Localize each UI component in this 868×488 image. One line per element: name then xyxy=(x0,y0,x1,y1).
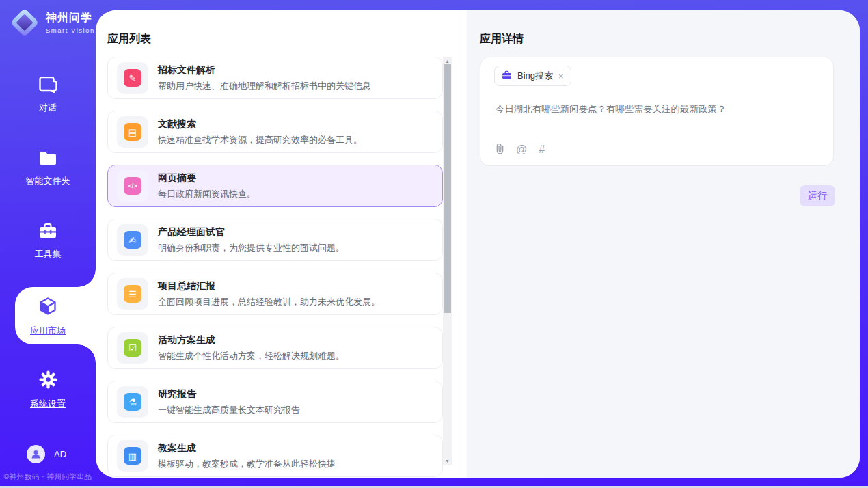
app-icon-frame: ☑ xyxy=(117,332,148,364)
user-initials: AD xyxy=(54,449,66,459)
user-account[interactable]: AD xyxy=(27,445,66,463)
sidebar-item-chat[interactable]: 对话 xyxy=(0,77,96,114)
app-description: 智能生成个性化活动方案，轻松解决规划难题。 xyxy=(158,350,344,362)
app-name: 研究报告 xyxy=(158,388,300,401)
app-icon-frame: ✍ xyxy=(117,224,148,256)
tool-chip-label: Bing搜索 xyxy=(517,70,553,82)
sidebar-item-app-market[interactable]: 应用市场 xyxy=(0,297,96,337)
brand-name: 神州问学 xyxy=(46,11,95,25)
app-icon-frame: ⚗ xyxy=(117,386,148,418)
prompt-input-card[interactable]: Bing搜索 × 今日湖北有哪些新闻要点？有哪些需要关注的最新政策？ @ # xyxy=(480,57,834,166)
app-list-item[interactable]: ✎ 招标文件解析 帮助用户快速、准确地理解和解析招标书中的关键信息 xyxy=(107,57,443,99)
app-list-item[interactable]: ✍ 产品经理面试官 明确身份和职责，为您提供专业性的面试问题。 xyxy=(107,219,443,261)
folder-icon xyxy=(38,150,57,169)
app-icon-frame: ▥ xyxy=(117,440,148,472)
sidebar-item-label: 智能文件夹 xyxy=(26,175,70,187)
app-list-item[interactable]: ▤ 文献搜索 快速精准查找学术资源，提高研究效率的必备工具。 xyxy=(107,111,443,153)
cube-icon xyxy=(38,297,57,318)
app-description: 模板驱动，教案秒成，教学准备从此轻松快捷 xyxy=(158,458,336,470)
gear-icon xyxy=(39,370,57,392)
sidebar-item-label: 应用市场 xyxy=(30,325,66,337)
app-name: 教案生成 xyxy=(158,442,336,455)
hash-icon[interactable]: # xyxy=(539,144,545,155)
app-description: 全面回顾项目进展，总结经验教训，助力未来优化发展。 xyxy=(158,296,380,308)
close-icon[interactable]: × xyxy=(558,72,564,81)
edit-document-icon: ✎ xyxy=(124,69,141,87)
brand-diamond-icon xyxy=(10,8,39,37)
sidebar: 神州问学 Smart Vision 对话 智能文件夹 工具集 应用市场 系统设置 xyxy=(0,0,96,488)
app-name: 文献搜索 xyxy=(158,118,362,131)
query-text-input[interactable]: 今日湖北有哪些新闻要点？有哪些需要关注的最新政策？ xyxy=(496,103,815,116)
app-description: 一键智能生成高质量长文本研究报告 xyxy=(158,404,300,416)
app-list-item[interactable]: ⚗ 研究报告 一键智能生成高质量长文本研究报告 xyxy=(107,381,443,423)
app-icon-frame: ▤ xyxy=(117,116,148,148)
app-list-item[interactable]: ☰ 项目总结汇报 全面回顾项目进展，总结经验教训，助力未来优化发展。 xyxy=(107,273,443,315)
app-name: 产品经理面试官 xyxy=(158,226,344,239)
book-icon: ▤ xyxy=(124,123,141,141)
app-list-scrollbar[interactable]: ▲ ▼ xyxy=(443,57,452,465)
app-icon-frame: ✎ xyxy=(117,62,148,94)
app-name: 网页摘要 xyxy=(158,172,256,185)
sidebar-item-toolset[interactable]: 工具集 xyxy=(0,223,96,260)
flask-icon: ⚗ xyxy=(124,393,141,411)
app-description: 明确身份和职责，为您提供专业性的面试问题。 xyxy=(158,242,344,254)
input-toolbar: @ # xyxy=(496,143,545,157)
app-name: 招标文件解析 xyxy=(158,64,371,77)
books-icon: ▥ xyxy=(124,447,141,465)
scrollbar-down-arrow[interactable]: ▼ xyxy=(443,459,452,463)
app-icon-frame: </> xyxy=(117,170,148,202)
scrollbar-up-arrow[interactable]: ▲ xyxy=(443,59,452,64)
brand-subtitle: Smart Vision xyxy=(46,27,95,34)
person-avatar-icon xyxy=(27,445,45,463)
tool-chip-bing-search[interactable]: Bing搜索 × xyxy=(494,66,571,86)
sidebar-item-label: 系统设置 xyxy=(30,398,66,410)
interviewer-icon: ✍ xyxy=(124,231,141,249)
clipboard-check-icon: ☑ xyxy=(124,339,141,357)
app-description: 每日政府新闻资讯快查。 xyxy=(158,188,256,200)
paperclip-icon[interactable] xyxy=(496,143,504,157)
sidebar-item-settings[interactable]: 系统设置 xyxy=(0,370,96,410)
sidebar-item-label: 对话 xyxy=(39,102,57,114)
briefcase-icon xyxy=(502,70,512,82)
app-list-title: 应用列表 xyxy=(107,32,151,46)
sidebar-item-smart-folder[interactable]: 智能文件夹 xyxy=(0,150,96,187)
app-list: ✎ 招标文件解析 帮助用户快速、准确地理解和解析招标书中的关键信息 ▤ 文献搜索… xyxy=(107,57,443,478)
scrollbar-thumb[interactable] xyxy=(444,64,451,313)
app-logo: 神州问学 Smart Vision xyxy=(11,9,95,36)
app-icon-frame: ☰ xyxy=(117,278,148,310)
app-list-item[interactable]: </> 网页摘要 每日政府新闻资讯快查。 xyxy=(107,165,443,207)
app-detail-panel: 应用详情 Bing搜索 × 今日湖北有哪些新闻要点？有哪些需要关注的最新政策？ … xyxy=(467,10,860,478)
chat-icon xyxy=(39,77,57,96)
app-list-item[interactable]: ▥ 教案生成 模板驱动，教案秒成，教学准备从此轻松快捷 xyxy=(107,435,443,477)
app-name: 项目总结汇报 xyxy=(158,280,380,293)
toolbox-icon xyxy=(38,223,57,242)
app-list-item[interactable]: ☑ 活动方案生成 智能生成个性化活动方案，轻松解决规划难题。 xyxy=(107,327,443,369)
run-button[interactable]: 运行 xyxy=(800,185,835,206)
sidebar-item-label: 工具集 xyxy=(35,248,62,260)
app-list-panel: 应用列表 ✎ 招标文件解析 帮助用户快速、准确地理解和解析招标书中的关键信息 ▤… xyxy=(96,10,467,478)
app-description: 快速精准查找学术资源，提高研究效率的必备工具。 xyxy=(158,134,362,146)
app-name: 活动方案生成 xyxy=(158,334,344,347)
notepad-icon: ☰ xyxy=(124,285,141,303)
web-code-icon: </> xyxy=(124,177,141,195)
app-detail-title: 应用详情 xyxy=(480,32,524,46)
content-wrapper: 应用列表 ✎ 招标文件解析 帮助用户快速、准确地理解和解析招标书中的关键信息 ▤… xyxy=(96,10,860,478)
copyright-footer: ©神州数码 · 神州问学出品 xyxy=(0,472,96,482)
mention-icon[interactable]: @ xyxy=(516,144,527,155)
app-description: 帮助用户快速、准确地理解和解析招标书中的关键信息 xyxy=(158,80,371,92)
